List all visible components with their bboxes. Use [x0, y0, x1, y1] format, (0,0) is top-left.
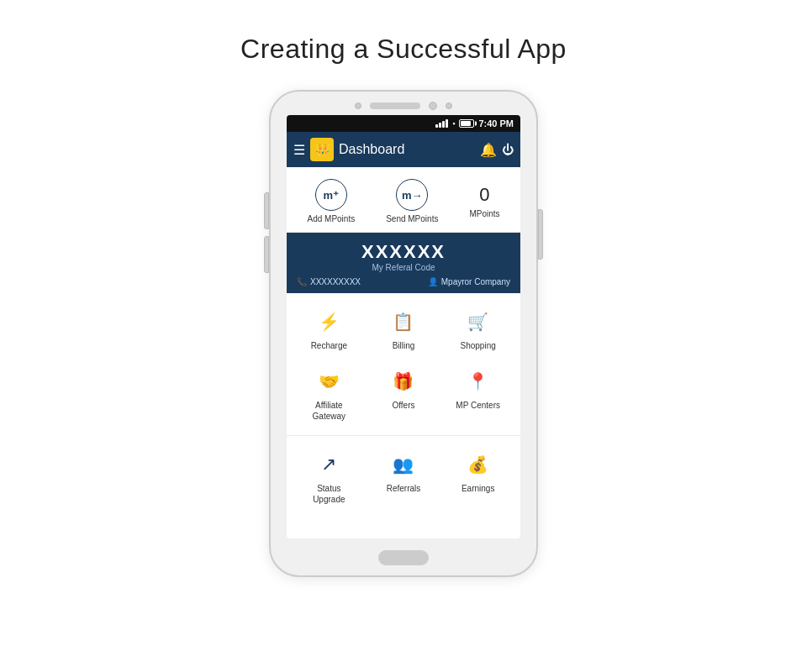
- hamburger-icon[interactable]: ☰: [293, 142, 305, 158]
- status-upgrade-label: StatusUpgrade: [313, 483, 345, 505]
- billing-label: Billing: [393, 340, 415, 351]
- mpoints-count-item: 0 MPoints: [469, 184, 499, 218]
- offers-icon: 🎁: [388, 366, 419, 396]
- mpoints-count-label: MPoints: [469, 209, 499, 218]
- power-icon[interactable]: ⏻: [502, 143, 514, 156]
- person-icon: 👤: [428, 277, 438, 286]
- recharge-label: Recharge: [311, 340, 347, 351]
- send-mpoints-label: Send MPoints: [386, 214, 438, 223]
- phone-screen: ▪ 7:40 PM ☰ 👑 Dashboard 🔔 ⏻ m⁺ Add MPoin…: [287, 115, 520, 538]
- status-upgrade-icon: ↗: [314, 449, 344, 480]
- referral-company: 👤 Mpayror Company: [428, 277, 510, 286]
- status-time: 7:40 PM: [478, 118, 514, 129]
- recharge-icon: ⚡: [314, 307, 344, 337]
- shopping-icon: 🛒: [463, 307, 493, 337]
- add-mpoints-button[interactable]: m⁺ Add MPoints: [307, 179, 355, 223]
- shopping-label: Shopping: [461, 340, 496, 351]
- earnings-label: Earnings: [462, 483, 494, 494]
- affiliate-gateway-button[interactable]: 🤝 AffiliateGateway: [292, 361, 367, 427]
- earnings-button[interactable]: 💰 Earnings: [440, 444, 515, 510]
- referral-phone: 📞 XXXXXXXXX: [297, 277, 361, 286]
- send-mpoints-button[interactable]: m→ Send MPoints: [386, 179, 438, 223]
- mpoints-count: 0: [479, 184, 489, 206]
- sensor-dot: [446, 102, 452, 109]
- notification-bell-icon[interactable]: 🔔: [480, 142, 497, 158]
- recharge-button[interactable]: ⚡ Recharge: [292, 302, 367, 356]
- referral-section: XXXXXX My Referal Code 📞 XXXXXXXXX 👤 Mpa…: [287, 233, 520, 293]
- status-upgrade-button[interactable]: ↗ StatusUpgrade: [292, 444, 367, 510]
- offers-label: Offers: [392, 400, 414, 411]
- app-bar: ☰ 👑 Dashboard 🔔 ⏻: [287, 132, 520, 167]
- home-button[interactable]: [378, 550, 429, 565]
- billing-icon: 📋: [388, 307, 419, 337]
- mpoints-section: m⁺ Add MPoints m→ Send MPoints 0 MPoints: [287, 167, 520, 233]
- page-title: Creating a Successful App: [240, 34, 567, 65]
- referral-sub-label: My Referal Code: [297, 263, 510, 272]
- signal-icon: [435, 119, 448, 128]
- power-button: [538, 209, 543, 260]
- status-bar: ▪ 7:40 PM: [287, 115, 520, 132]
- speaker-grille: [370, 102, 420, 109]
- mp-centers-label: MP Centers: [456, 400, 500, 411]
- mp-centers-icon: 📍: [463, 366, 493, 396]
- menu-grid: ⚡ Recharge 📋 Billing 🛒 Shopping 🤝 Affili…: [287, 293, 520, 436]
- referral-code: XXXXXX: [297, 241, 510, 263]
- bottom-grid: ↗ StatusUpgrade 👥 Referrals 💰 Earnings: [287, 436, 520, 518]
- volume-down-button: [264, 236, 269, 273]
- add-mpoints-label: Add MPoints: [307, 214, 355, 223]
- phone-mockup: ▪ 7:40 PM ☰ 👑 Dashboard 🔔 ⏻ m⁺ Add MPoin…: [269, 90, 538, 577]
- battery-icon: [459, 119, 474, 128]
- volume-up-button: [264, 192, 269, 229]
- shopping-button[interactable]: 🛒 Shopping: [440, 302, 515, 356]
- add-mpoints-icon: m⁺: [315, 179, 347, 211]
- app-logo: 👑: [310, 138, 334, 161]
- affiliate-gateway-label: AffiliateGateway: [313, 400, 345, 422]
- speaker-dot: [355, 102, 361, 109]
- mp-centers-button[interactable]: 📍 MP Centers: [440, 361, 515, 427]
- referrals-icon: 👥: [388, 449, 419, 480]
- send-mpoints-icon: m→: [396, 179, 428, 211]
- front-camera: [429, 102, 437, 110]
- billing-button[interactable]: 📋 Billing: [367, 302, 441, 356]
- phone-icon: 📞: [297, 277, 307, 286]
- phone-top-bar: [271, 92, 536, 115]
- referrals-label: Referrals: [387, 483, 421, 494]
- offers-button[interactable]: 🎁 Offers: [367, 361, 441, 427]
- referrals-button[interactable]: 👥 Referrals: [367, 444, 441, 510]
- wifi-icon: ▪: [452, 119, 455, 128]
- referral-info: 📞 XXXXXXXXX 👤 Mpayror Company: [297, 277, 510, 286]
- app-bar-title: Dashboard: [339, 142, 475, 157]
- affiliate-gateway-icon: 🤝: [314, 366, 344, 396]
- earnings-icon: 💰: [463, 449, 493, 480]
